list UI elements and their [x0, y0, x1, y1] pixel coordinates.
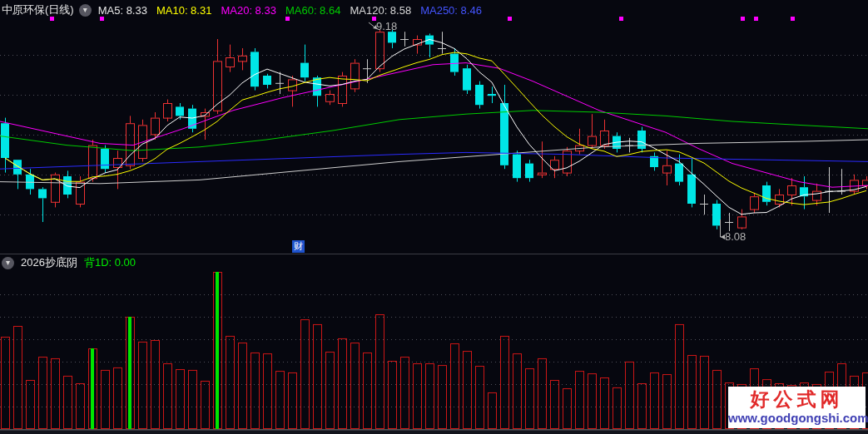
panel-separator — [0, 254, 868, 254]
main-chart-header: 中原环保(日线) ▾ MA5: 8.33MA10: 8.31MA20: 8.33… — [2, 2, 491, 18]
ma-label-ma10: MA10: 8.31 — [156, 4, 212, 17]
ma-label-ma250: MA250: 8.46 — [420, 4, 482, 17]
watermark: 好公式网 www.goodgongshi.com — [728, 387, 866, 428]
ma-label-ma20: MA20: 8.33 — [221, 4, 276, 17]
stock-title: 中原环保(日线) — [2, 2, 74, 17]
indicator-chevron-down-icon[interactable]: ▾ — [2, 257, 14, 269]
finance-news-badge[interactable]: 财 — [292, 240, 305, 253]
high-price-label: 9.18 — [376, 20, 397, 32]
ma-label-ma60: MA60: 8.64 — [285, 4, 341, 17]
watermark-site-name: 好公式网 — [728, 387, 866, 411]
time-axis-strip — [0, 430, 868, 434]
ma-label-ma120: MA120: 8.58 — [350, 4, 411, 17]
chart-canvas[interactable] — [0, 0, 868, 434]
low-price-label: 8.08 — [725, 230, 746, 243]
indicator-title: 2026抄底阴 — [21, 255, 77, 270]
stock-chart-app: 中原环保(日线) ▾ MA5: 8.33MA10: 8.31MA20: 8.33… — [0, 0, 868, 434]
watermark-site-url: www.goodgongshi.com — [728, 411, 866, 426]
indicator-header: ▾ 2026抄底阴 背1D: 0.00 — [2, 255, 136, 270]
ma-label-ma5: MA5: 8.33 — [98, 4, 147, 17]
chevron-down-icon[interactable]: ▾ — [79, 4, 92, 17]
ma-legend: MA5: 8.33MA10: 8.31MA20: 8.33MA60: 8.64M… — [98, 4, 491, 17]
indicator-value: 背1D: 0.00 — [84, 255, 136, 270]
